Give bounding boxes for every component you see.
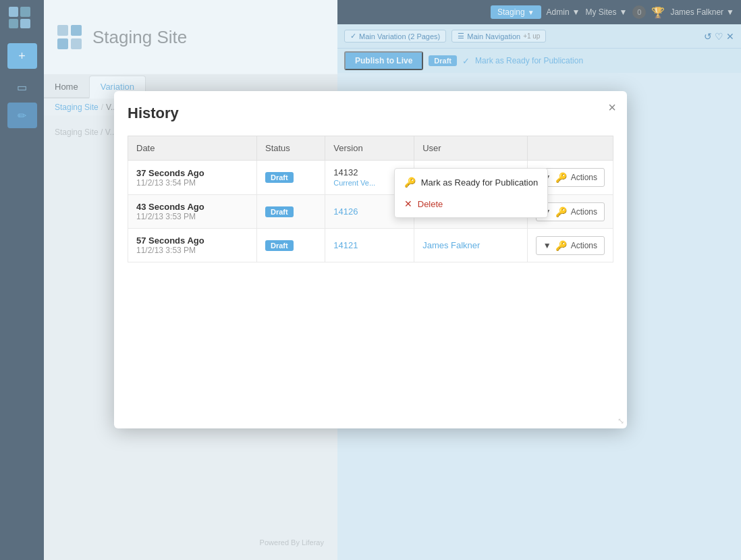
row3-user-link[interactable]: James Falkner <box>422 240 480 250</box>
row1-date-primary: 37 Seconds Ago <box>136 168 248 178</box>
mark-ready-label: Mark as Ready for Publication <box>421 177 538 188</box>
row3-date: 57 Seconds Ago 11/2/13 3:53 PM <box>128 229 257 262</box>
table-row: 37 Seconds Ago 11/2/13 3:54 PM Draft 141… <box>128 161 613 195</box>
col-user: User <box>414 136 528 161</box>
row2-draft-badge: Draft <box>265 206 294 217</box>
row3-actions-cell: ▼ 🔑 Actions <box>527 229 613 262</box>
row2-actions-label: Actions <box>571 207 597 217</box>
delete-option[interactable]: ✕ Delete <box>395 193 547 215</box>
row1-date: 37 Seconds Ago 11/2/13 3:54 PM <box>128 161 257 195</box>
mark-ready-option[interactable]: 🔑 Mark as Ready for Publication <box>395 171 547 193</box>
row3-actions-caret: ▼ <box>543 241 551 250</box>
col-actions-header <box>527 136 613 161</box>
row3-actions-key-icon: 🔑 <box>555 240 567 251</box>
row1-actions-key-icon: 🔑 <box>555 172 567 183</box>
row1-actions-cell: 🔑 Mark as Ready for Publication ✕ Delete <box>527 161 613 195</box>
row3-user: James Falkner <box>414 229 528 262</box>
delete-label: Delete <box>418 199 443 209</box>
row1-draft-badge: Draft <box>265 172 294 183</box>
modal-title: History <box>128 105 613 122</box>
history-modal: History × Date Status Version User 37 Se… <box>114 91 627 428</box>
row1-date-secondary: 11/2/13 3:54 PM <box>136 178 248 188</box>
row3-draft-badge: Draft <box>265 240 294 251</box>
row2-version-link[interactable]: 14126 <box>333 206 358 217</box>
row1-status: Draft <box>256 161 325 195</box>
row1-version-note: Current Ve... <box>333 179 375 187</box>
row3-date-secondary: 11/2/13 3:53 PM <box>136 246 248 255</box>
row3-status: Draft <box>256 229 325 262</box>
row1-actions-wrapper: 🔑 Mark as Ready for Publication ✕ Delete <box>536 168 605 187</box>
row2-status: Draft <box>256 195 325 229</box>
table-row: 57 Seconds Ago 11/2/13 3:53 PM Draft 141… <box>128 229 613 262</box>
actions-dropdown-menu: 🔑 Mark as Ready for Publication ✕ Delete <box>394 168 548 218</box>
delete-icon: ✕ <box>404 198 412 209</box>
col-date: Date <box>128 136 257 161</box>
modal-overlay: History × Date Status Version User 37 Se… <box>0 0 741 560</box>
row2-date: 43 Seconds Ago 11/2/13 3:53 PM <box>128 195 257 229</box>
col-status: Status <box>256 136 325 161</box>
history-table: Date Status Version User 37 Seconds Ago … <box>128 136 613 262</box>
col-version: Version <box>325 136 414 161</box>
row3-date-primary: 57 Seconds Ago <box>136 235 248 246</box>
row2-actions-key-icon: 🔑 <box>555 206 567 217</box>
row2-date-primary: 43 Seconds Ago <box>136 202 248 212</box>
row1-version-number: 14132 <box>333 167 358 177</box>
modal-close-button[interactable]: × <box>608 101 616 114</box>
mark-ready-icon: 🔑 <box>404 177 416 188</box>
row1-actions-label: Actions <box>571 173 597 182</box>
row3-version: 14121 <box>325 229 414 262</box>
row3-actions-button[interactable]: ▼ 🔑 Actions <box>536 236 605 255</box>
row3-version-link[interactable]: 14121 <box>333 240 358 250</box>
modal-resize-handle[interactable]: ⤡ <box>618 416 624 426</box>
row3-actions-label: Actions <box>571 241 597 250</box>
row2-date-secondary: 11/2/13 3:53 PM <box>136 212 248 221</box>
